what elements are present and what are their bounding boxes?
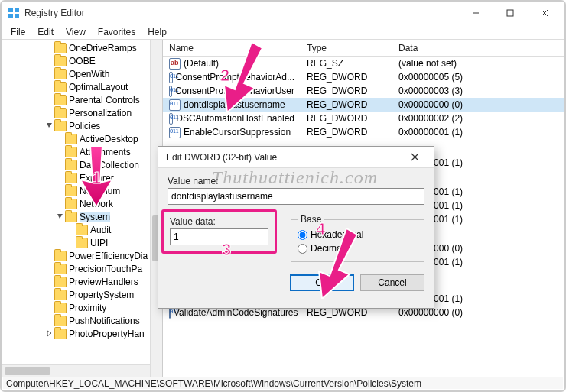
tree-label: Policies	[69, 121, 100, 131]
value-name: ConsentPromptBehaviorAd...	[176, 72, 294, 83]
tree-item[interactable]: System	[2, 210, 162, 223]
folder-icon	[65, 186, 77, 196]
folder-icon	[65, 134, 77, 144]
folder-icon	[54, 95, 67, 105]
tree-item[interactable]: DataCollection	[2, 158, 162, 171]
tree-item[interactable]: OOBE	[2, 54, 162, 67]
folder-icon	[54, 69, 67, 79]
value-type: REG_DWORD	[301, 127, 392, 138]
tree-label: Audit	[90, 225, 111, 235]
dialog-titlebar[interactable]: Edit DWORD (32-bit) Value	[158, 147, 434, 168]
folder-icon	[54, 264, 67, 274]
tree-item[interactable]: PrecisionTouchPa	[2, 262, 162, 275]
expand-icon[interactable]	[55, 213, 64, 220]
tree-label: System	[80, 212, 110, 222]
column-name[interactable]: Name	[163, 43, 301, 53]
tree-item[interactable]: Parental Controls	[2, 93, 162, 106]
value-type: REG_DWORD	[301, 113, 392, 124]
tree-label: ActiveDesktop	[80, 134, 138, 144]
folder-icon	[65, 173, 77, 183]
value-row[interactable]: EnableCursorSuppressionREG_DWORD0x000000…	[163, 125, 564, 139]
folder-icon	[54, 108, 67, 118]
tree-label: UIPI	[90, 238, 108, 248]
dialog-close-button[interactable]	[398, 147, 431, 167]
tree-item[interactable]: PushNotifications	[2, 314, 162, 327]
folder-icon	[54, 82, 67, 92]
value-name-input[interactable]	[168, 188, 424, 205]
tree-label: PrecisionTouchPa	[69, 264, 142, 274]
cancel-button[interactable]: Cancel	[360, 274, 424, 291]
tree-label: Parental Controls	[69, 95, 140, 105]
status-bar: Computer\HKEY_LOCAL_MACHINE\SOFTWARE\Mic…	[3, 377, 563, 389]
tree-item[interactable]: PhotoPropertyHan	[2, 327, 162, 340]
value-row[interactable]: DSCAutomationHostEnabledREG_DWORD0x00000…	[163, 112, 564, 125]
tree-label: NonEnum	[80, 186, 120, 196]
tree-item[interactable]: OptimalLayout	[2, 80, 162, 93]
close-button[interactable]	[527, 2, 561, 24]
menu-edit[interactable]: Edit	[31, 25, 60, 39]
svg-marker-9	[57, 214, 63, 219]
tree-item[interactable]: PropertySystem	[2, 288, 162, 301]
value-data: 0x00000001 (1)	[392, 127, 564, 138]
column-type[interactable]: Type	[301, 43, 392, 53]
tree-label: Attachments	[80, 147, 131, 157]
minimize-button[interactable]	[458, 2, 493, 24]
radio-dec[interactable]	[298, 244, 307, 254]
value-row[interactable]: dontdisplaylastusernameREG_DWORD0x000000…	[163, 98, 564, 112]
tree-item[interactable]: Network	[2, 197, 162, 210]
svg-rect-2	[8, 14, 13, 18]
maximize-button[interactable]	[493, 2, 527, 24]
registry-tree[interactable]: OneDriveRampsOOBEOpenWithOptimalLayoutPa…	[2, 40, 163, 377]
menu-view[interactable]: View	[60, 25, 92, 39]
menu-help[interactable]: Help	[142, 25, 173, 39]
base-legend: Base	[298, 214, 324, 225]
tree-item[interactable]: Proximity	[2, 301, 162, 314]
value-data-highlight: Value data:	[161, 209, 277, 254]
tree-item[interactable]: PowerEfficiencyDia	[2, 249, 162, 262]
tree-label: Proximity	[69, 303, 106, 313]
reg-value-icon	[169, 99, 181, 111]
folder-icon	[54, 56, 67, 66]
value-data: (value not set)	[392, 58, 564, 69]
menu-favorites[interactable]: Favorites	[92, 25, 142, 39]
value-data: 0x00000000 (0)	[392, 307, 564, 318]
expand-icon[interactable]	[44, 330, 54, 337]
menu-file[interactable]: File	[5, 25, 31, 39]
folder-icon	[54, 43, 67, 53]
column-data[interactable]: Data	[392, 43, 564, 53]
tree-item[interactable]: Policies	[2, 119, 162, 132]
value-data: 0x00000000 (0)	[392, 99, 564, 110]
tree-item[interactable]: PreviewHandlers	[2, 275, 162, 288]
value-data: 0x00000002 (2)	[392, 113, 564, 124]
ok-button[interactable]: OK	[290, 274, 354, 291]
tree-item[interactable]: ActiveDesktop	[2, 132, 162, 145]
value-row[interactable]: (Default)REG_SZ(value not set)	[163, 57, 564, 70]
folder-icon	[54, 251, 67, 261]
value-data-input[interactable]	[170, 228, 268, 245]
tree-label: Explorer	[80, 173, 114, 183]
menu-bar: File Edit View Favorites Help	[2, 24, 564, 40]
folder-icon	[54, 290, 67, 300]
tree-label: DataCollection	[80, 160, 139, 170]
column-headers[interactable]: Name Type Data	[163, 40, 564, 57]
tree-item[interactable]: Explorer	[2, 171, 162, 184]
tree-scrollbar-horizontal[interactable]	[2, 364, 150, 377]
tree-item[interactable]: Personalization	[2, 106, 162, 119]
tree-item[interactable]: OneDriveRamps	[2, 41, 162, 54]
tree-item[interactable]: Attachments	[2, 145, 162, 158]
expand-icon[interactable]	[44, 122, 54, 129]
value-type: REG_SZ	[301, 58, 392, 69]
tree-label: PreviewHandlers	[69, 277, 138, 287]
value-name: dontdisplaylastusername	[184, 99, 285, 110]
tree-item[interactable]: NonEnum	[2, 184, 162, 197]
tree-item[interactable]: UIPI	[2, 236, 162, 249]
radio-hex[interactable]	[298, 230, 307, 240]
reg-value-icon	[169, 58, 181, 70]
folder-icon	[65, 199, 77, 209]
tree-item[interactable]: OpenWith	[2, 67, 162, 80]
tree-item[interactable]: Audit	[2, 223, 162, 236]
value-row[interactable]: ConsentPromptBehaviorUserREG_DWORD0x0000…	[163, 84, 564, 98]
folder-icon	[65, 147, 77, 157]
value-row[interactable]: ConsentPromptBehaviorAd...REG_DWORD0x000…	[163, 70, 564, 84]
svg-rect-0	[8, 8, 13, 12]
